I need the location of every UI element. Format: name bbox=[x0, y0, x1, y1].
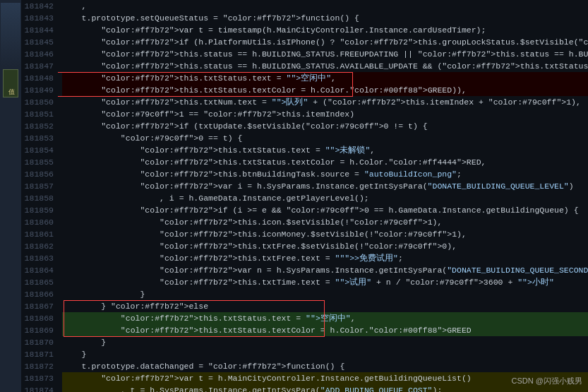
code-line: "color:#ff7b72">this.txtStatus.textColor… bbox=[62, 156, 588, 168]
code-line: "color:#ff7b72">this.txtStatus.textColor… bbox=[62, 324, 588, 336]
line-number: 181873 bbox=[21, 372, 54, 384]
code-line: , bbox=[62, 0, 588, 12]
code-line: "color:#ff7b72">this.txtStatus.text = ""… bbox=[62, 72, 588, 84]
line-number: 181872 bbox=[21, 360, 54, 372]
line-number: 181849 bbox=[21, 84, 54, 96]
line-number: 181848 bbox=[21, 72, 54, 84]
code-line: "color:#ff7b72">this.btnBuildingTask.sou… bbox=[62, 168, 588, 180]
line-number: 181866 bbox=[21, 288, 54, 300]
line-number: 181870 bbox=[21, 336, 54, 348]
line-number: 181864 bbox=[21, 264, 54, 276]
line-number: 181845 bbox=[21, 36, 54, 48]
code-line: "color:#ff7b72">this.status == h.BUILDIN… bbox=[62, 48, 588, 60]
code-line: "color:#ff7b72">if (i >= e && "color:#79… bbox=[62, 204, 588, 216]
code-line: t.prototype.dataChanged = "color:#ff7b72… bbox=[62, 360, 588, 372]
line-number: 181842 bbox=[21, 0, 54, 12]
code-line: "color:#ff7b72">var t = h.MainCityContro… bbox=[62, 372, 588, 384]
code-line: "color:#ff7b72">var t = timestamp(h.Main… bbox=[62, 24, 588, 36]
code-line: "color:#ff7b72">if (txtUpdate.$setVisibl… bbox=[62, 120, 588, 132]
line-number: 181846 bbox=[21, 48, 54, 60]
code-line: "color:#ff7b72">this.txtFree.text = """>… bbox=[62, 252, 588, 264]
code-line: "color:#ff7b72">this.txtStatus.text = ""… bbox=[62, 312, 588, 324]
code-line: "color:#79c0ff">0 == t) { bbox=[62, 132, 588, 144]
line-number: 181868 bbox=[21, 312, 54, 324]
line-number: 181847 bbox=[21, 60, 54, 72]
line-number: 181860 bbox=[21, 216, 54, 228]
line-number: 181858 bbox=[21, 192, 54, 204]
code-area: , t.prototype.setQueueStatus = "color:#f… bbox=[58, 0, 588, 392]
code-line: } bbox=[62, 288, 588, 300]
line-number: 181843 bbox=[21, 12, 54, 24]
code-line: "color:#ff7b72">this.txtNum.text = "">队列… bbox=[62, 96, 588, 108]
sidebar: 值 礼 bbox=[0, 0, 21, 392]
code-container: 值 礼 181842181843181844181845181846181847… bbox=[0, 0, 588, 392]
line-number: 181867 bbox=[21, 300, 54, 312]
main-wrapper: 值 礼 181842181843181844181845181846181847… bbox=[0, 0, 588, 392]
line-number: 181869 bbox=[21, 324, 54, 336]
line-number: 181857 bbox=[21, 180, 54, 192]
line-number: 181859 bbox=[21, 204, 54, 216]
code-line: "color:#ff7b72">this.txtFree.$setVisible… bbox=[62, 240, 588, 252]
code-line: } bbox=[62, 336, 588, 348]
code-line: } bbox=[62, 348, 588, 360]
code-line: "color:#ff7b72">var i = h.SysParams.Inst… bbox=[62, 180, 588, 192]
sidebar-icon-value[interactable]: 值 bbox=[3, 69, 18, 97]
line-number: 181850 bbox=[21, 96, 54, 108]
line-number: 181863 bbox=[21, 252, 54, 264]
code-line: "color:#79c0ff">1 == "color:#ff7b72">thi… bbox=[62, 108, 588, 120]
code-line: "color:#ff7b72">var n = h.SysParams.Inst… bbox=[62, 264, 588, 276]
line-number: 181854 bbox=[21, 144, 54, 156]
code-line: "color:#ff7b72">this.icon.$setVisible(!"… bbox=[62, 216, 588, 228]
code-line: "color:#ff7b72">this.status == h.BUILDIN… bbox=[62, 60, 588, 72]
code-line: "color:#ff7b72">this.txtStatus.text = ""… bbox=[62, 144, 588, 156]
watermark: CSDN @闪强小贱男 bbox=[512, 376, 582, 386]
line-number: 181852 bbox=[21, 120, 54, 132]
sidebar-top-deco bbox=[1, 3, 20, 66]
line-number: 181871 bbox=[21, 348, 54, 360]
line-number: 181844 bbox=[21, 24, 54, 36]
code-line: "color:#ff7b72">this.txtStatus.textColor… bbox=[62, 84, 588, 96]
line-number: 181865 bbox=[21, 276, 54, 288]
line-number: 181855 bbox=[21, 156, 54, 168]
code-line: } "color:#ff7b72">else bbox=[62, 300, 588, 312]
code-line: , t = h.SysParams.Instance.getIntSysPara… bbox=[62, 384, 588, 392]
code-line: "color:#ff7b72">this.iconMoney.$setVisib… bbox=[62, 228, 588, 240]
line-number: 181874 bbox=[21, 384, 54, 392]
code-line: t.prototype.setQueueStatus = "color:#ff7… bbox=[62, 12, 588, 24]
line-number: 181856 bbox=[21, 168, 54, 180]
line-number: 181851 bbox=[21, 108, 54, 120]
code-line: "color:#ff7b72">this.txtTime.text = "">试… bbox=[62, 276, 588, 288]
code-line: "color:#ff7b72">if (h.PlatformUtils.isIP… bbox=[62, 36, 588, 48]
code-line: , i = h.GameData.Instance.getPlayerLevel… bbox=[62, 192, 588, 204]
line-number: 181861 bbox=[21, 228, 54, 240]
line-number: 181853 bbox=[21, 132, 54, 144]
line-number: 181862 bbox=[21, 240, 54, 252]
line-numbers: 1818421818431818441818451818461818471818… bbox=[21, 0, 58, 392]
